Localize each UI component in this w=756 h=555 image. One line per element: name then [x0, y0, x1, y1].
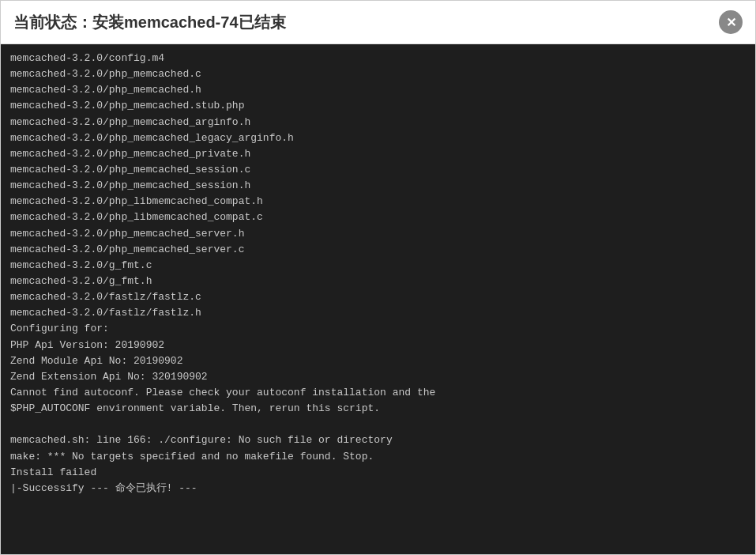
- terminal-line: memcached-3.2.0/g_fmt.h: [10, 274, 746, 289]
- terminal-line: Cannot find autoconf. Please check your …: [10, 385, 746, 401]
- terminal-line: Configuring for:: [10, 321, 746, 337]
- terminal-line: memcached-3.2.0/php_memcached.c: [10, 66, 746, 82]
- terminal-line: memcached.sh: line 166: ./configure: No …: [10, 432, 746, 448]
- terminal-line: Install failed: [10, 465, 746, 481]
- terminal-line: [10, 417, 746, 432]
- terminal-line: memcached-3.2.0/php_memcached.stub.php: [10, 98, 746, 114]
- dialog-header: 当前状态：安装memcached-74已结束 ✕: [1, 1, 755, 44]
- terminal-wrapper: memcached-3.2.0/config.m4memcached-3.2.0…: [1, 44, 755, 554]
- dialog-container: 当前状态：安装memcached-74已结束 ✕ memcached-3.2.0…: [0, 0, 756, 555]
- terminal-line: memcached-3.2.0/config.m4: [10, 51, 746, 66]
- terminal-line: memcached-3.2.0/php_memcached_server.c: [10, 242, 746, 258]
- terminal-line: memcached-3.2.0/php_memcached_server.h: [10, 226, 746, 242]
- terminal-line: memcached-3.2.0/fastlz/fastlz.c: [10, 289, 746, 305]
- terminal-line: memcached-3.2.0/php_libmemcached_compat.…: [10, 194, 746, 210]
- terminal-line: memcached-3.2.0/php_libmemcached_compat.…: [10, 210, 746, 225]
- terminal-line: memcached-3.2.0/php_memcached_session.c: [10, 162, 746, 178]
- terminal-line: Zend Extension Api No: 320190902: [10, 369, 746, 385]
- terminal-output[interactable]: memcached-3.2.0/config.m4memcached-3.2.0…: [1, 44, 755, 554]
- terminal-line: memcached-3.2.0/php_memcached_arginfo.h: [10, 115, 746, 130]
- terminal-line: memcached-3.2.0/php_memcached.h: [10, 82, 746, 98]
- terminal-line: PHP Api Version: 20190902: [10, 338, 746, 353]
- terminal-line: memcached-3.2.0/fastlz/fastlz.h: [10, 305, 746, 321]
- terminal-line: |-Successify --- 命令已执行! ---: [10, 481, 746, 496]
- terminal-line: memcached-3.2.0/php_memcached_legacy_arg…: [10, 130, 746, 146]
- terminal-line: $PHP_AUTOCONF environment variable. Then…: [10, 401, 746, 417]
- terminal-line: make: *** No targets specified and no ma…: [10, 449, 746, 465]
- terminal-line: memcached-3.2.0/php_memcached_private.h: [10, 146, 746, 162]
- terminal-line: memcached-3.2.0/g_fmt.c: [10, 258, 746, 274]
- terminal-line: Zend Module Api No: 20190902: [10, 353, 746, 369]
- close-button[interactable]: ✕: [719, 10, 743, 34]
- dialog-title: 当前状态：安装memcached-74已结束: [13, 12, 286, 33]
- terminal-line: memcached-3.2.0/php_memcached_session.h: [10, 178, 746, 194]
